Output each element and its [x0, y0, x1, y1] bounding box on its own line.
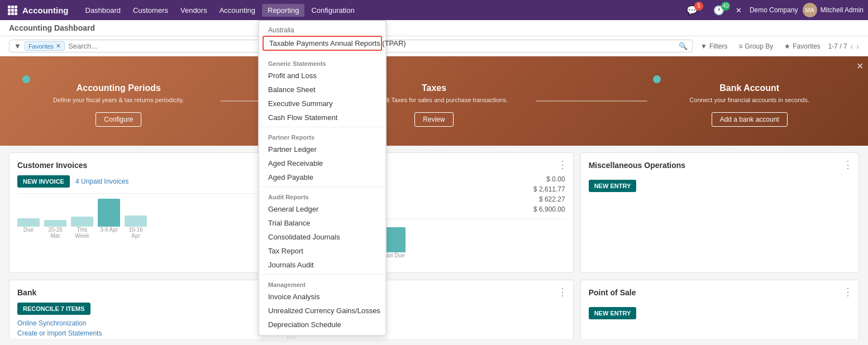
general-ledger-item[interactable]: General Ledger [259, 202, 385, 216]
executive-summary-item[interactable]: Executive Summary [259, 97, 385, 111]
divider-4 [259, 274, 385, 275]
depreciation-item[interactable]: Depreciation Schedule [259, 318, 385, 332]
aged-receivable-item[interactable]: Aged Receivable [259, 156, 385, 170]
aged-payable-item[interactable]: Aged Payable [259, 170, 385, 184]
journals-audit-item[interactable]: Journals Audit [259, 258, 385, 272]
section-audit: Audit Reports [259, 189, 385, 202]
consolidated-journals-item[interactable]: Consolidated Journals [259, 230, 385, 244]
tax-report-item[interactable]: Tax Report [259, 244, 385, 258]
reporting-dropdown: Australia Taxable Payments Annual Report… [258, 20, 387, 336]
trial-balance-item[interactable]: Trial Balance [259, 216, 385, 230]
invoice-analysis-item[interactable]: Invoice Analysis [259, 290, 385, 304]
cash-flow-item[interactable]: Cash Flow Statement [259, 111, 385, 124]
dropdown-overlay[interactable]: Australia Taxable Payments Annual Report… [0, 0, 868, 339]
balance-sheet-item[interactable]: Balance Sheet [259, 83, 385, 97]
section-partner: Partner Reports [259, 130, 385, 142]
currency-gains-item[interactable]: Unrealized Currency Gains/Losses [259, 304, 385, 318]
profit-loss-item[interactable]: Profit and Loss [259, 69, 385, 83]
tpar-item[interactable]: Taxable Payments Annual Reports (TPAR) [263, 36, 382, 51]
divider-2 [259, 127, 385, 127]
divider-3 [259, 186, 385, 187]
section-generic: Generic Statements [259, 56, 385, 69]
divider-1 [259, 53, 385, 54]
section-management: Management [259, 277, 385, 290]
dropdown-country: Australia [259, 25, 385, 36]
partner-ledger-item[interactable]: Partner Ledger [259, 142, 385, 156]
